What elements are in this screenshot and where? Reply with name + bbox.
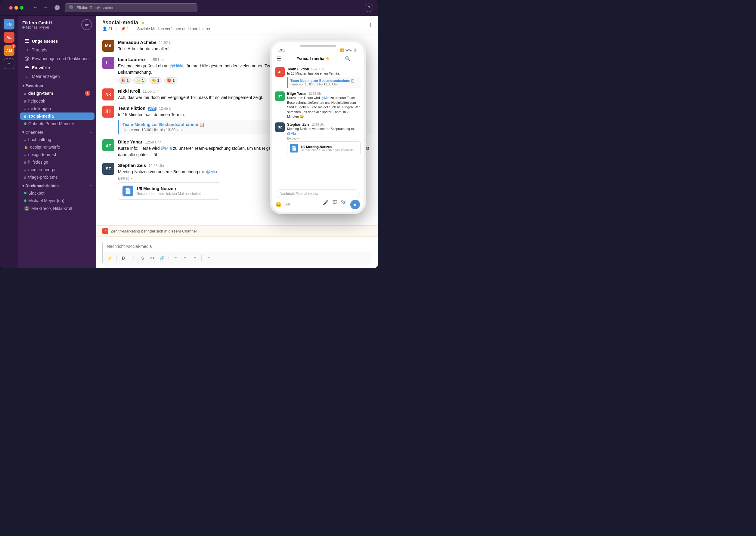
toolbar-divider-2 bbox=[168, 255, 169, 261]
workspace-info[interactable]: Fiktion GmbH Michael Meyer bbox=[22, 20, 52, 29]
link-button[interactable]: 🔗 bbox=[158, 254, 166, 262]
lock-icon: 🔒 bbox=[24, 145, 28, 149]
channel-hilfsdesign[interactable]: # hilfsdesign bbox=[20, 158, 94, 166]
phone-time: 1:01 bbox=[278, 48, 285, 52]
channel-mitteilungen[interactable]: # mitteilungen bbox=[20, 105, 94, 112]
dm-header[interactable]: ▾ Direktnachrichten + bbox=[18, 181, 96, 189]
phone-msg-bilge: BY Bilge Yanar 12:58 Uhr Kurze Info: Heu… bbox=[275, 91, 361, 119]
workspace-icon-am[interactable]: AM 1 bbox=[4, 45, 15, 56]
channel-helpdesk[interactable]: # helpdesk bbox=[20, 97, 94, 105]
attachment-info: 1/9 Meeting-Notizen Gerade eben zum letz… bbox=[136, 186, 201, 196]
channel-meta: 👤 21 | 📌 1 | Soziale Medien verfolgen un… bbox=[102, 26, 211, 31]
phone-avatar-stephan: SZ bbox=[275, 122, 285, 132]
app-body: FG AL AM 1 + Fiktion GmbH Michael Meyer bbox=[0, 16, 378, 268]
phone-attachment[interactable]: 📄 1/9 Meeting-Notizen Gerade eben zum le… bbox=[287, 141, 361, 155]
more-formatting-button[interactable]: ↗ bbox=[204, 254, 212, 262]
phone-msg-stephan: SZ Stephan Zeis 12:58 Uhr Meeting-Notize… bbox=[275, 122, 361, 155]
back-button[interactable]: ← bbox=[31, 4, 40, 12]
nav-arrows: ← → bbox=[31, 4, 49, 12]
time-lisa: 11:55 Uhr bbox=[148, 58, 164, 62]
nav-ungelesenes[interactable]: ☰ Ungelesenes bbox=[20, 37, 94, 46]
history-button[interactable]: 🕐 bbox=[53, 4, 61, 12]
search-input[interactable] bbox=[77, 5, 194, 10]
add-workspace-button[interactable]: + bbox=[4, 58, 15, 69]
phone-att-icon: 📄 bbox=[290, 144, 298, 152]
phone-more-icon[interactable]: ⋮ bbox=[354, 56, 359, 62]
reaction-clap[interactable]: 👏 1 bbox=[149, 77, 162, 84]
reaction-party[interactable]: 🎉 1 bbox=[118, 77, 131, 84]
dm-michael[interactable]: Michael Meyer (du) bbox=[20, 197, 94, 204]
attachment-title: 1/9 Meeting-Notizen bbox=[136, 186, 201, 191]
code-button[interactable]: <> bbox=[148, 254, 157, 262]
phone-search-icon[interactable]: 🔍 bbox=[345, 56, 351, 62]
add-dm-button[interactable]: + bbox=[90, 184, 92, 188]
sidebar-nav: ☰ Ungelesenes ○ Threads @ Erwähnungen un… bbox=[18, 34, 96, 268]
channel-design-team-sf[interactable]: # design-team-sf bbox=[20, 151, 94, 158]
nav-more[interactable]: ↓ Mehr anzeigen bbox=[20, 72, 94, 81]
phone-menu-icon[interactable]: ☰ bbox=[276, 55, 281, 62]
phone-send-button[interactable]: ▶ bbox=[350, 200, 360, 209]
strikethrough-button[interactable]: S bbox=[138, 254, 147, 262]
nav-drafts[interactable]: ✏ Entwürfe bbox=[20, 63, 94, 72]
maximize-button[interactable] bbox=[20, 6, 23, 10]
phone-attachment-icon[interactable]: 📎 bbox=[341, 200, 347, 209]
bold-button[interactable]: B bbox=[119, 254, 127, 262]
top-bar: ← → 🕐 🔍 ? bbox=[0, 0, 378, 16]
reaction-heart-eyes[interactable]: 😍 1 bbox=[164, 77, 178, 84]
add-channel-button[interactable]: + bbox=[90, 130, 92, 134]
nav-mentions[interactable]: @ Erwähnungen und Reaktionen bbox=[20, 54, 94, 63]
compose-button[interactable]: ✏ bbox=[81, 19, 92, 30]
forward-button[interactable]: → bbox=[41, 4, 49, 12]
workspace-icon-fg[interactable]: FG bbox=[4, 19, 15, 29]
phone-mic-icon[interactable]: 🎤 bbox=[323, 200, 329, 209]
workspace-initials: FG bbox=[6, 22, 12, 26]
search-bar[interactable]: 🔍 bbox=[65, 3, 198, 12]
reaction-sparkle[interactable]: ✨ 1 bbox=[133, 77, 147, 84]
favorites-header[interactable]: ▾ Favoriten bbox=[18, 81, 96, 89]
help-button[interactable]: ? bbox=[365, 4, 373, 12]
unordered-list-button[interactable]: ≡ bbox=[181, 254, 189, 262]
dm-slackbot[interactable]: Slackbot bbox=[20, 189, 94, 197]
channels-header[interactable]: ▾ Channels + bbox=[18, 127, 96, 136]
indent-button[interactable]: ≡ bbox=[191, 254, 199, 262]
slackbot-status bbox=[24, 192, 26, 194]
channel-triage-probleme[interactable]: # triage-probleme bbox=[20, 174, 94, 181]
star-icon[interactable]: ★ bbox=[141, 19, 145, 26]
message-input[interactable] bbox=[103, 241, 372, 252]
phone-image-icon[interactable]: 🖼 bbox=[332, 200, 337, 209]
phone-avatar-team: 31 bbox=[275, 67, 285, 77]
join-text: Zenith-Marketing befindet sich in diesem… bbox=[111, 229, 197, 233]
phone-emoji-icon[interactable]: 😊 bbox=[276, 202, 282, 208]
workspace-badge: 1 bbox=[11, 44, 16, 49]
attachment-card[interactable]: 📄 1/9 Meeting-Notizen Gerade eben zum le… bbox=[118, 182, 220, 200]
channel-social-media[interactable]: # social-media bbox=[20, 113, 94, 120]
nav-threads[interactable]: ○ Threads bbox=[20, 46, 94, 54]
channel-medien-und-pr[interactable]: # medien-und-pr bbox=[20, 166, 94, 173]
avatar-nikki: NK bbox=[102, 88, 114, 100]
input-area: ⚡ B I S <> 🔗 ≡ ≡ ≡ ↗ bbox=[96, 237, 378, 268]
close-button[interactable] bbox=[9, 6, 13, 10]
chevron-down-icon: ↓ bbox=[24, 74, 29, 79]
dm-mia-nikki[interactable]: 2 Mia Greco, Nikki Kroll bbox=[20, 205, 94, 212]
channels-label: ▾ Channels bbox=[22, 130, 43, 134]
toolbar-divider-3 bbox=[201, 255, 202, 261]
sender-bilge: Bilge Yanar bbox=[118, 139, 142, 144]
info-icon[interactable]: ℹ bbox=[370, 22, 372, 29]
minimize-button[interactable] bbox=[15, 6, 18, 10]
channel-design-entwuerfe[interactable]: 🔒 design-entwürfe bbox=[20, 144, 94, 151]
input-toolbar: ⚡ B I S <> 🔗 ≡ ≡ ≡ ↗ bbox=[103, 252, 372, 264]
dm-gabriele[interactable]: Gabriele Perino-Münster bbox=[20, 120, 94, 127]
phone-right-icons: 🎤 🖼 📎 ▶ bbox=[323, 200, 360, 209]
channel-design-team[interactable]: # design-team 1 bbox=[20, 89, 94, 97]
workspace-icon-al[interactable]: AL bbox=[4, 32, 15, 43]
channel-description: Soziale Medien verfolgen und koordiniere… bbox=[137, 26, 211, 31]
lightning-button[interactable]: ⚡ bbox=[106, 254, 114, 262]
phone-beitrag-link[interactable]: Beitrag ▾ bbox=[287, 137, 361, 140]
channel-buchhaltung[interactable]: # buchhaltung bbox=[20, 136, 94, 143]
ordered-list-button[interactable]: ≡ bbox=[171, 254, 180, 262]
phone-msg-team: 31 Team Fiktion 12:45 Uhr In 15 Minuten … bbox=[275, 67, 361, 88]
phone-channel-name: #social-media ★ bbox=[297, 56, 330, 61]
phone-text-icon[interactable]: Aa bbox=[285, 202, 290, 208]
italic-button[interactable]: I bbox=[129, 254, 137, 262]
mention-nikki: @Nikki bbox=[170, 63, 183, 68]
